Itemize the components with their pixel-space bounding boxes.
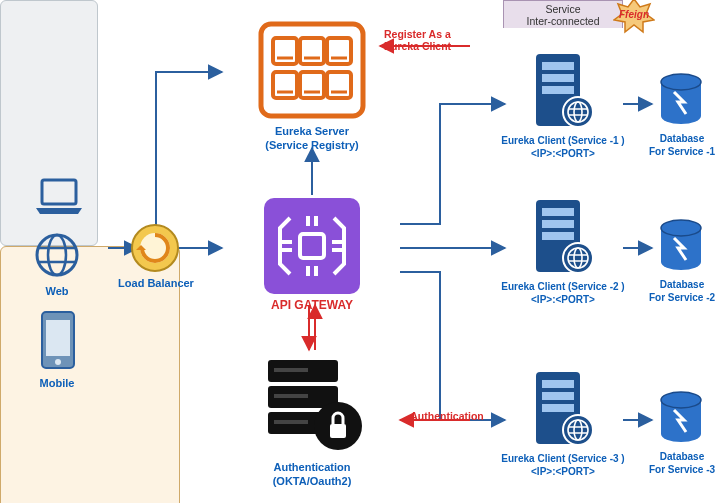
load-balancer-icon [130,223,180,273]
service-1-icon [530,50,596,130]
svg-rect-4 [46,320,70,356]
db-2-icon [656,218,706,274]
svg-rect-35 [542,220,574,228]
svc1-l1: Eureka Client (Service -1 ) [490,134,636,147]
laptop-icon [32,178,86,216]
svg-point-1 [37,235,77,275]
svg-rect-36 [542,232,574,240]
svc1-l2: <IP>:<PORT> [490,147,636,160]
register-l2: Eureka Client [384,40,474,54]
globe-icon [32,230,82,280]
web-label: Web [32,284,82,298]
svg-rect-42 [542,392,574,400]
svc-hdr-l1: Service [545,3,580,15]
db-1-icon [656,72,706,128]
db-3-icon [656,390,706,446]
db1-l2: For Service -1 [636,145,725,158]
db2-l1: Database [640,278,724,291]
svg-rect-21 [274,394,308,398]
svg-rect-34 [542,208,574,216]
auth-l2: (OKTA/Oauth2) [250,474,374,488]
svg-rect-28 [542,74,574,82]
db3-l2: For Service -3 [636,463,725,476]
eureka-title1: Eureka Server [250,124,374,138]
svc-hdr-l2: Inter-connected [527,15,600,27]
svg-rect-41 [542,380,574,388]
svg-rect-43 [542,404,574,412]
svc3-l2: <IP>:<PORT> [490,465,636,478]
load-balancer-label: Load Balancer [115,276,197,290]
svg-rect-0 [42,180,76,204]
svc3-l1: Eureka Client (Service -3 ) [490,452,636,465]
db1-l1: Database [640,132,724,145]
svc2-l2: <IP>:<PORT> [490,293,636,306]
db2-l2: For Service -2 [636,291,725,304]
mobile-label: Mobile [32,376,82,390]
svg-rect-20 [274,368,308,372]
db3-l1: Database [640,450,724,463]
svc2-l1: Eureka Client (Service -2 ) [490,280,636,293]
eureka-server-icon [257,20,367,120]
auth-arrow-label: Authentication [404,410,490,424]
service-3-icon [530,368,596,448]
api-gateway-icon [262,196,362,296]
ffeign-badge: Ffeign [613,0,655,34]
svg-rect-22 [274,420,308,424]
api-gateway-label: API GATEWAY [250,298,374,314]
svg-point-5 [55,359,61,365]
svg-point-2 [48,235,66,275]
service-2-icon [530,196,596,276]
mobile-icon [40,310,76,370]
auth-l1: Authentication [250,460,374,474]
svg-rect-27 [542,62,574,70]
svg-rect-24 [330,424,346,438]
svg-rect-29 [542,86,574,94]
auth-icon [260,350,364,454]
services-header: Service Inter-connected [503,0,623,28]
ffeign-label: Ffeign [616,8,652,21]
eureka-title2: (Service Registry) [250,138,374,152]
